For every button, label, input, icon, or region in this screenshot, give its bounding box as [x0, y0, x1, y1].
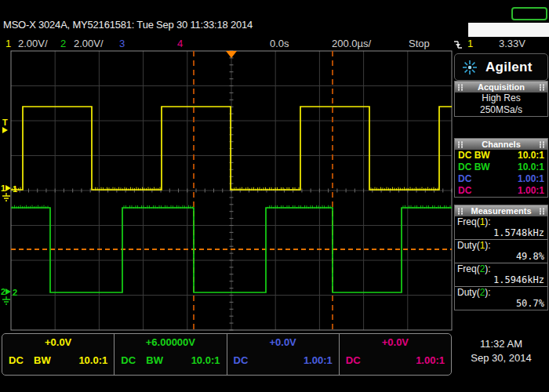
ch3-offset: +0.0V: [227, 336, 339, 348]
meas-value: 1.5946kHz: [455, 274, 547, 285]
ch1-scale[interactable]: 2.00V/: [18, 38, 48, 49]
ch4-probe: 1.00:1: [518, 185, 544, 197]
ch3-coupling-label: DC: [234, 354, 249, 366]
trigger-source[interactable]: 1: [467, 38, 473, 49]
trigger-marker-letter: T: [2, 118, 8, 127]
meas-label-end: ):: [485, 240, 490, 251]
trigger-edge-icon: [453, 39, 463, 50]
ch1-offset: +0.0V: [2, 336, 114, 348]
channels-header[interactable]: Channels: [455, 139, 547, 150]
delay-readout[interactable]: 0.0s: [270, 38, 289, 49]
trigger-level-readout[interactable]: 3.33V: [499, 38, 525, 49]
ch1-coupling: DC BW: [458, 150, 490, 162]
grip-icon: [539, 208, 545, 215]
ch2-marker-arrow-icon: [5, 289, 11, 295]
ch4-coupling: DC: [458, 185, 471, 197]
ch2-coupling: DC BW: [458, 162, 490, 173]
run-state[interactable]: Stop: [409, 38, 430, 49]
ch2-inline-label: 2: [13, 289, 17, 296]
ch1-bw-label: BW: [34, 354, 51, 366]
grip-icon: [457, 84, 464, 91]
acquisition-header[interactable]: Acquisition: [455, 82, 547, 93]
trigger-marker-arrow-icon: [2, 127, 8, 133]
ch3-status-box[interactable]: +0.0V DC 1.00:1: [227, 334, 339, 375]
oscilloscope-screen: MSO-X 3024A, MY52161581: Tue Sep 30 11:3…: [0, 0, 549, 392]
channel-row-4[interactable]: DC 1.00:1: [455, 185, 547, 197]
ch2-probe-label: 10.0:1: [191, 354, 220, 366]
ch3-coupling: DC: [458, 173, 471, 185]
trigger-level-marker[interactable]: T: [2, 118, 8, 133]
ch1-probe: 10.0:1: [518, 150, 544, 162]
ch4-probe-label: 1.00:1: [416, 354, 445, 366]
ch4-offset: +0.0V: [340, 336, 451, 348]
measurements-panel: Measurements Freq(1): 1.5748kHz Duty(1):…: [454, 205, 548, 310]
grip-icon: [457, 141, 464, 148]
measurements-title: Measurements: [471, 206, 531, 216]
ch2-scale[interactable]: 2.00V/: [74, 38, 104, 49]
ch3-probe: 1.00:1: [518, 173, 544, 185]
ch1-inline-label: 1: [13, 185, 17, 193]
grip-icon: [539, 84, 545, 91]
grip-icon: [457, 208, 464, 215]
meas-value: 50.7%: [455, 298, 547, 309]
meas-label: Freq(: [457, 263, 480, 274]
grip-icon: [539, 141, 545, 148]
ch2-offset: +6.00000V: [115, 336, 226, 348]
ch2-coupling-label: DC: [121, 354, 136, 366]
brand-name: Agilent: [485, 60, 533, 75]
measurement-freq2[interactable]: Freq(2): 1.5946kHz: [455, 263, 547, 287]
ch4-status-box[interactable]: +0.0V DC 1.00:1: [339, 334, 451, 375]
acquisition-mode: High Res: [455, 93, 547, 104]
measurements-header[interactable]: Measurements: [455, 205, 547, 216]
measurement-duty2[interactable]: Duty(2): 50.7%: [455, 287, 547, 310]
ch1-ground-symbol-icon: [2, 193, 11, 202]
ch2-bw-label: BW: [146, 354, 163, 366]
ch4-number[interactable]: 4: [177, 38, 183, 49]
ch1-status-box[interactable]: +0.0V DC BW 10.0:1: [2, 334, 114, 375]
channels-title: Channels: [482, 140, 521, 149]
meas-value: 49.8%: [455, 251, 547, 262]
ch2-ground-symbol-icon: [2, 296, 11, 306]
ch1-ground-marker[interactable]: 1: [1, 184, 11, 192]
meas-label-end: ):: [485, 216, 490, 227]
acquisition-title: Acquisition: [478, 82, 525, 92]
sample-rate: 250MSa/s: [455, 104, 547, 116]
meas-value: 1.5748kHz: [455, 227, 547, 238]
meas-label: Duty(: [457, 287, 480, 298]
measurement-duty1[interactable]: Duty(1): 49.8%: [455, 240, 547, 263]
ch4-coupling-label: DC: [346, 354, 361, 366]
status-indicator-pill: [511, 7, 547, 20]
timebase-readout[interactable]: 200.0µs/: [332, 38, 371, 49]
clock-time: 11:32 AM: [453, 338, 549, 350]
top-right-blank-panel: [468, 23, 549, 37]
ch3-probe-label: 1.00:1: [304, 354, 333, 366]
instrument-title: MSO-X 3024A, MY52161581: Tue Sep 30 11:3…: [3, 19, 253, 31]
ch2-status-box[interactable]: +6.00000V DC BW 10.0:1: [114, 334, 226, 375]
channels-panel: Channels DC BW 10.0:1 DC BW 10.0:1 DC 1.…: [454, 138, 548, 198]
clock-date: Sep 30, 2014: [453, 352, 549, 364]
meas-label-end: ):: [485, 287, 490, 298]
channel-row-1[interactable]: DC BW 10.0:1: [455, 150, 547, 162]
meas-label: Freq(: [457, 216, 480, 227]
ch3-number[interactable]: 3: [119, 38, 125, 49]
channel-status-bar: +0.0V DC BW 10.0:1 +6.00000V DC BW 10.0:…: [2, 333, 452, 376]
ch1-number[interactable]: 1: [5, 38, 11, 49]
ch1-probe-label: 10.0:1: [78, 354, 107, 366]
meas-label: Duty(: [457, 240, 480, 251]
ch2-number[interactable]: 2: [60, 38, 66, 49]
ch2-probe: 10.0:1: [518, 162, 544, 173]
channel-row-2[interactable]: DC BW 10.0:1: [455, 162, 547, 173]
agilent-spark-icon: [460, 57, 480, 78]
measurement-freq1[interactable]: Freq(1): 1.5748kHz: [455, 216, 547, 240]
acquisition-panel: Acquisition High Res 250MSa/s: [454, 81, 548, 117]
ch1-coupling-label: DC: [9, 354, 24, 366]
brand-panel: Agilent: [454, 53, 548, 81]
ch2-ground-marker[interactable]: 2: [1, 288, 11, 296]
meas-label-end: ):: [485, 263, 490, 274]
ch1-marker-arrow-icon: [5, 185, 11, 191]
channel-row-3[interactable]: DC 1.00:1: [455, 173, 547, 185]
